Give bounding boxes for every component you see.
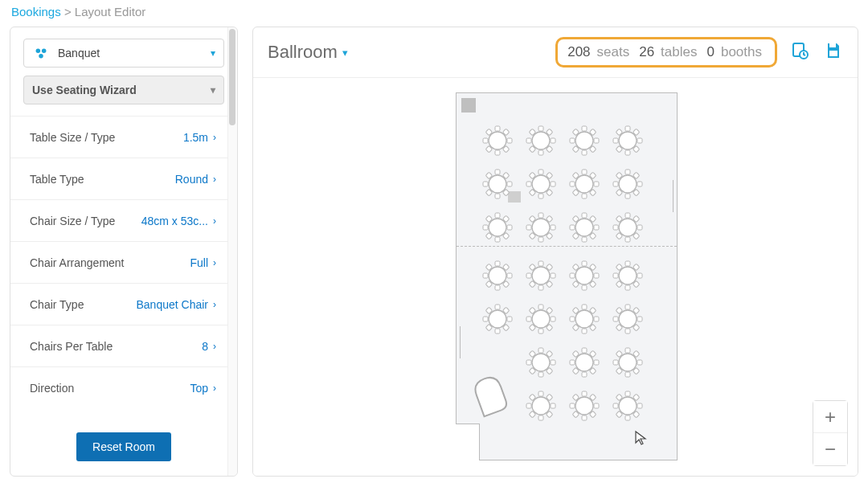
svg-rect-36 — [625, 150, 630, 155]
prop-label: Chair Size / Type — [30, 215, 115, 227]
svg-rect-198 — [582, 372, 587, 377]
breadcrumb-sep: > — [64, 5, 75, 18]
round-table[interactable] — [482, 260, 513, 291]
svg-rect-234 — [625, 415, 630, 420]
round-table[interactable] — [569, 169, 600, 199]
prop-value: Full — [190, 256, 208, 269]
sidebar-scroll-thumb[interactable] — [229, 29, 235, 125]
room-select[interactable]: Ballroom ▾ — [268, 42, 348, 63]
svg-rect-38 — [613, 138, 618, 143]
svg-rect-88 — [551, 225, 555, 230]
round-table[interactable] — [569, 391, 600, 421]
prop-value: 1.5m — [183, 131, 208, 144]
zoom-out-button[interactable]: − — [813, 433, 847, 465]
prop-row[interactable]: Table TypeRound› — [10, 158, 237, 199]
prop-row[interactable]: DirectionTop› — [10, 366, 237, 408]
seat-count: 208 — [567, 44, 590, 60]
round-table[interactable] — [569, 304, 600, 334]
canvas-body[interactable]: + − — [253, 78, 858, 476]
round-table[interactable] — [482, 169, 513, 199]
svg-point-123 — [489, 267, 506, 284]
svg-rect-196 — [594, 360, 599, 365]
round-table[interactable] — [612, 212, 643, 243]
svg-rect-54 — [538, 194, 543, 198]
svg-rect-182 — [613, 317, 618, 321]
round-table[interactable] — [482, 125, 513, 156]
svg-rect-108 — [625, 237, 630, 242]
prop-label: Direction — [30, 382, 74, 395]
prop-value: Round — [175, 173, 208, 186]
svg-rect-9 — [495, 150, 500, 155]
round-table[interactable] — [482, 212, 513, 243]
round-table[interactable] — [612, 125, 643, 156]
svg-rect-232 — [637, 403, 642, 408]
svg-point-51 — [489, 175, 506, 193]
round-table[interactable] — [612, 391, 643, 421]
breadcrumb-root-link[interactable]: Bookings — [11, 5, 61, 18]
svg-rect-112 — [625, 213, 630, 218]
svg-rect-79 — [507, 225, 512, 230]
history-icon[interactable] — [790, 41, 809, 63]
banquet-icon — [32, 44, 50, 62]
svg-rect-25 — [594, 138, 599, 143]
seating-wizard-select[interactable]: Use Seating Wizard ▾ — [23, 76, 224, 104]
reset-room-button[interactable]: Reset Room — [76, 432, 171, 461]
round-table[interactable] — [526, 125, 556, 156]
svg-point-105 — [575, 219, 593, 236]
round-table[interactable] — [526, 260, 556, 291]
round-table[interactable] — [526, 347, 556, 378]
svg-rect-7 — [507, 138, 512, 143]
svg-point-1 — [42, 49, 46, 54]
svg-rect-40 — [625, 126, 630, 131]
round-table[interactable] — [612, 260, 643, 291]
prop-row[interactable]: Chair ArrangementFull› — [10, 241, 237, 283]
zoom-in-button[interactable]: + — [813, 401, 847, 433]
svg-rect-61 — [594, 182, 599, 186]
svg-rect-211 — [625, 348, 630, 353]
svg-point-213 — [619, 354, 637, 371]
svg-rect-220 — [538, 391, 543, 396]
prop-row[interactable]: Chairs Per Table8› — [10, 325, 237, 366]
save-icon[interactable] — [824, 41, 843, 63]
round-table[interactable] — [612, 347, 643, 378]
round-table[interactable] — [526, 304, 556, 334]
svg-rect-126 — [538, 285, 543, 290]
svg-rect-216 — [538, 415, 543, 420]
round-table[interactable] — [526, 391, 556, 421]
prop-row[interactable]: Chair TypeBanquet Chair› — [10, 283, 237, 325]
round-table[interactable] — [482, 304, 513, 334]
round-table[interactable] — [612, 169, 643, 199]
round-table[interactable] — [569, 347, 600, 378]
svg-rect-47 — [483, 182, 488, 186]
booth-label: booths — [721, 44, 762, 60]
sidebar-scrollbar[interactable] — [227, 27, 237, 476]
svg-point-60 — [532, 175, 550, 193]
room-outline — [456, 92, 678, 460]
seating-wizard-label: Use Seating Wizard — [32, 84, 137, 96]
round-table[interactable] — [526, 169, 556, 199]
round-table[interactable] — [569, 260, 600, 291]
layout-style-select[interactable]: Banquet ▾ — [23, 39, 224, 68]
svg-point-69 — [575, 175, 593, 193]
svg-rect-187 — [551, 360, 555, 365]
svg-rect-115 — [507, 273, 512, 278]
svg-rect-189 — [538, 372, 543, 377]
round-table[interactable] — [569, 125, 600, 156]
prop-row[interactable]: Chair Size / Type48cm x 53c...› — [10, 199, 237, 241]
svg-point-168 — [532, 310, 550, 328]
table-label: tables — [661, 44, 697, 60]
property-list: Table Size / Type1.5m›Table TypeRound›Ch… — [10, 116, 237, 421]
round-table[interactable] — [569, 212, 600, 243]
round-table[interactable] — [612, 304, 643, 334]
round-table[interactable] — [526, 212, 556, 243]
svg-rect-200 — [570, 360, 575, 365]
chevron-right-icon: › — [213, 257, 216, 268]
svg-rect-124 — [551, 273, 555, 278]
svg-rect-22 — [538, 126, 543, 131]
svg-rect-20 — [526, 138, 531, 143]
svg-rect-178 — [637, 317, 642, 321]
svg-rect-191 — [526, 360, 531, 365]
prop-row[interactable]: Table Size / Type1.5m› — [10, 116, 237, 158]
svg-rect-148 — [625, 261, 630, 266]
svg-point-87 — [489, 219, 506, 236]
